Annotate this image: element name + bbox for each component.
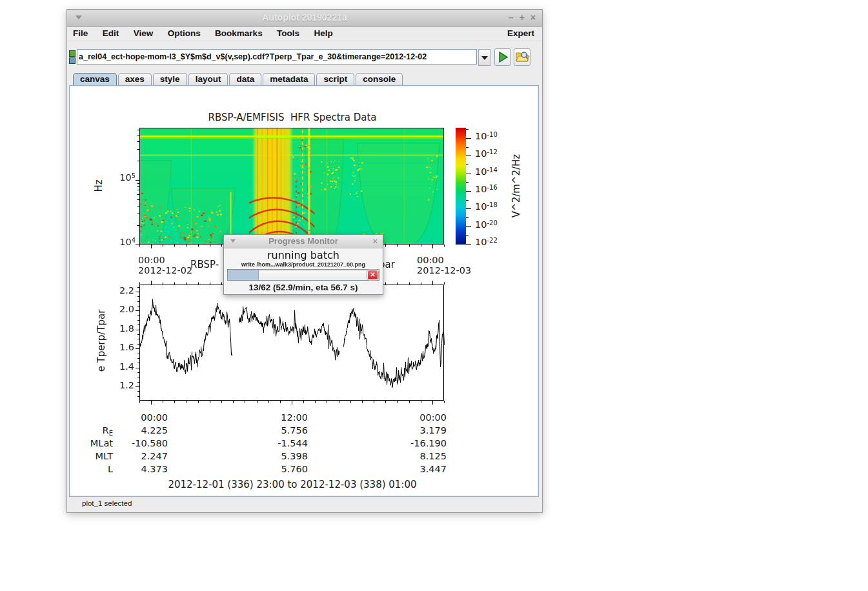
plot-canvas-area[interactable]: RBSP-A/EMFISIS HFR Spectra Data 10-1010-…	[69, 85, 539, 497]
tab-style[interactable]: style	[153, 73, 187, 85]
orbit-value: 3.447	[389, 464, 447, 474]
menu-view[interactable]: View	[128, 27, 159, 38]
orbit-value: 3.179	[389, 425, 447, 436]
progress-dialog-title: Progress Monitor	[224, 236, 383, 246]
colorbar-tick-label: 10-10	[475, 131, 498, 141]
colorbar-tick-label: 10-20	[475, 219, 498, 230]
time-range-label: 2012-12-01 (336) 23:00 to 2012-12-03 (33…	[131, 479, 454, 490]
orbit-row-label-l: L	[55, 464, 113, 474]
colorbar-tick-label: 10-22	[475, 237, 498, 247]
orbit-row-label-re: RE	[55, 425, 113, 437]
spectrogram-xtick-start-time: 00:00	[138, 255, 165, 265]
spectrogram-xtick-end-time: 00:00	[417, 255, 444, 265]
tab-data[interactable]: data	[229, 73, 261, 85]
progress-monitor-dialog[interactable]: Progress Monitor × running batch write /…	[223, 234, 383, 295]
status-bar: plot_1 selected	[69, 497, 540, 511]
colorbar-axis-label: V^2/m^2/Hz	[510, 134, 523, 237]
progress-detail-label: write /hom...walk3/product_20121207_00.p…	[224, 261, 383, 268]
colorbar-tick-label: 10-18	[475, 201, 498, 212]
go-button[interactable]	[494, 48, 511, 66]
maximize-button[interactable]: +	[520, 12, 525, 23]
progress-bar-fill	[228, 270, 259, 280]
colorbar-ticks	[466, 119, 474, 254]
tab-script[interactable]: script	[316, 73, 354, 85]
orbit-value: -10.580	[110, 438, 168, 448]
window-title: Autoplot 20190221a	[67, 12, 542, 23]
menu-bookmarks[interactable]: Bookmarks	[209, 27, 268, 38]
orbit-value: 4.373	[110, 464, 168, 474]
line-plot-canvas[interactable]	[130, 275, 453, 410]
spectrogram-canvas[interactable]	[130, 119, 453, 254]
menu-options[interactable]: Options	[162, 27, 207, 38]
dialog-close-icon[interactable]: ×	[372, 236, 378, 246]
tab-console[interactable]: console	[356, 73, 403, 85]
view-tabs: canvasaxesstylelayoutdatametadatascriptc…	[73, 73, 542, 85]
tab-metadata[interactable]: metadata	[263, 73, 315, 85]
progress-dialog-titlebar[interactable]: Progress Monitor ×	[224, 235, 383, 248]
status-text: plot_1 selected	[82, 499, 132, 507]
play-icon	[495, 49, 510, 65]
spectrogram-ytick-label: 105	[83, 172, 136, 183]
plot-element-icon[interactable]	[69, 50, 76, 57]
spectrogram-ytick-label: 104	[83, 237, 136, 247]
tab-axes[interactable]: axes	[118, 73, 152, 85]
menu-bar: File Edit View Options Bookmarks Tools H…	[67, 27, 542, 41]
orbit-value: 8.125	[389, 451, 447, 461]
orbit-value: 5.756	[250, 425, 308, 436]
spectrogram-xtick-start-date: 2012-12-02	[138, 265, 192, 275]
tab-layout[interactable]: layout	[188, 73, 228, 85]
uri-toolbar	[67, 41, 542, 73]
window-titlebar[interactable]: Autoplot 20190221a –+×	[67, 10, 542, 27]
menu-tools[interactable]: Tools	[271, 27, 305, 38]
menu-edit[interactable]: Edit	[97, 27, 125, 38]
minimize-button[interactable]: –	[509, 12, 514, 23]
menu-file[interactable]: File	[67, 27, 94, 38]
chevron-down-icon	[481, 56, 488, 60]
cancel-task-button[interactable]: ✕	[367, 270, 378, 280]
progress-status-label: 13/62 (52.9/min, eta 56.7 s)	[224, 282, 383, 294]
autoplot-window: Autoplot 20190221a –+× File Edit View Op…	[66, 9, 543, 513]
orbit-value: -16.190	[389, 438, 447, 448]
inspect-uri-button[interactable]	[514, 48, 530, 66]
lower-plot-title-fragment-left: RBSP-	[190, 259, 219, 270]
colorbar-tick-label: 10-14	[475, 166, 498, 177]
line-y-axis-label: e Tperp/Tpar	[96, 289, 108, 392]
progress-task-label: running batch	[224, 249, 383, 261]
expert-mode-label[interactable]: Expert	[507, 28, 534, 38]
folder-magnifier-icon	[514, 49, 530, 65]
orbit-row-label-mlat: MLat	[55, 438, 113, 448]
colorbar-tick-label: 10-16	[475, 184, 498, 194]
menu-help[interactable]: Help	[308, 27, 339, 38]
spectrogram-y-axis-label: Hz	[93, 134, 106, 237]
data-source-icon[interactable]	[69, 57, 76, 64]
colorbar-tick-label: 10-12	[475, 148, 498, 159]
orbit-row-label-mlt: MLT	[55, 451, 113, 461]
close-button[interactable]: ×	[530, 12, 536, 23]
line-xtick-0: 00:00	[110, 412, 168, 423]
tab-canvas[interactable]: canvas	[73, 73, 117, 85]
line-xtick-1: 12:00	[250, 412, 308, 423]
uri-input[interactable]	[77, 49, 477, 65]
spectrogram-xtick-end-date: 2012-12-03	[417, 265, 471, 275]
orbit-value: 5.760	[250, 464, 308, 474]
orbit-value: 2.247	[110, 451, 168, 461]
uri-dropdown-button[interactable]	[478, 49, 490, 66]
orbit-value: 4.225	[110, 425, 168, 436]
colorbar[interactable]	[456, 128, 466, 245]
line-xtick-2: 00:00	[389, 412, 447, 423]
orbit-value: -1.544	[250, 438, 308, 448]
progress-bar: ✕	[227, 269, 379, 281]
orbit-value: 5.398	[250, 451, 308, 461]
